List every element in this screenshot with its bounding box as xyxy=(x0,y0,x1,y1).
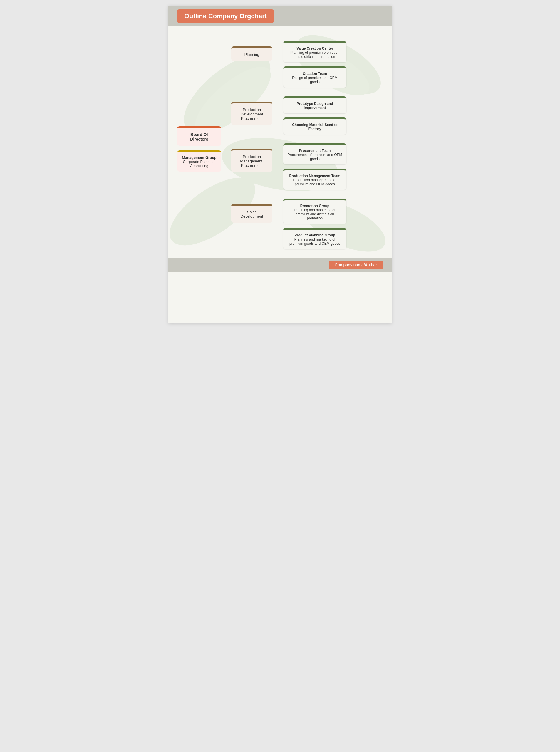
footer-label-box: Company name/Author xyxy=(329,261,383,269)
ct-title: Creation Team xyxy=(287,72,342,76)
footer: Company name/Author xyxy=(168,258,392,272)
title-box: Outline Company Orgchart xyxy=(177,9,274,23)
production-management-procurement-node: Production Management, Procurement xyxy=(231,149,272,172)
pg-desc: Planning and marketing of premium and di… xyxy=(287,208,342,220)
right-section: Planning Value Creation Center Planning … xyxy=(231,41,346,249)
ppg-desc: Planning and marketing of premium goods … xyxy=(287,237,342,246)
pt-desc: Procurement of premium and OEM goods xyxy=(287,153,342,161)
pd-line2: Development xyxy=(235,112,268,116)
vcc-title: Value Creation Center xyxy=(287,46,342,50)
footer-label: Company name/Author xyxy=(335,263,377,267)
prod-mgmt-leaf-col: Procurement Team Procurement of premium … xyxy=(283,143,346,190)
management-node: Management Group Corporate Planning, Acc… xyxy=(177,150,221,171)
procurement-team-node: Procurement Team Procurement of premium … xyxy=(283,143,346,164)
planning-label: Planning xyxy=(244,52,259,57)
sd-label: Sales Development xyxy=(241,210,263,219)
page: Outline Company Orgchart Board Of Direct… xyxy=(168,6,392,323)
prototype-design-node: Prototype Design and Improvement xyxy=(283,96,346,114)
left-column: Board Of Directors Management Group Corp… xyxy=(177,126,224,171)
proto-title: Prototype Design and Improvement xyxy=(287,102,342,110)
board-label: Board Of Directors xyxy=(190,132,208,142)
choosing-material-node: Choosing Material, Send to Factory xyxy=(283,118,346,135)
sales-dev-group: Sales Development Promotion Group Planni… xyxy=(231,199,346,249)
ct-desc: Design of premium and OEM goods xyxy=(287,76,342,84)
sales-development-node: Sales Development xyxy=(231,204,272,223)
pmp-line3: Procurement xyxy=(235,163,268,168)
pmp-line1: Production xyxy=(235,155,268,159)
prod-mgmt-mid-col: Production Management, Procurement xyxy=(231,143,277,172)
planning-mid-col: Planning xyxy=(231,41,277,61)
sales-dev-mid-col: Sales Development xyxy=(231,199,277,223)
management-line2: Corporate Planning, Accounting xyxy=(181,160,217,168)
production-dev-group: Production Development Procurement Proto… xyxy=(231,96,346,135)
creation-team-node: Creation Team Design of premium and OEM … xyxy=(283,66,346,87)
header: Outline Company Orgchart xyxy=(168,6,392,26)
content: Board Of Directors Management Group Corp… xyxy=(168,26,392,258)
production-mgmt-group: Production Management, Procurement Procu… xyxy=(231,143,346,190)
pg-title: Promotion Group xyxy=(287,204,342,208)
prod-dev-leaf-col: Prototype Design and Improvement Choosin… xyxy=(283,96,346,135)
pt-title: Procurement Team xyxy=(287,149,342,153)
management-line1: Management Group xyxy=(181,156,217,160)
pmp-line2: Management, xyxy=(235,159,268,163)
vcc-desc: Planning of premium promotion and distri… xyxy=(287,50,342,59)
pmt-desc: Production management for premium and OE… xyxy=(287,178,342,186)
value-creation-center-node: Value Creation Center Planning of premiu… xyxy=(283,41,346,62)
planning-node: Planning xyxy=(231,46,272,61)
prod-dev-mid-col: Production Development Procurement xyxy=(231,96,277,125)
ppg-title: Product Planning Group xyxy=(287,233,342,237)
production-development-node: Production Development Procurement xyxy=(231,102,272,125)
orgchart: Board Of Directors Management Group Corp… xyxy=(177,41,383,249)
production-management-team-node: Production Management Team Production ma… xyxy=(283,169,346,190)
board-node: Board Of Directors xyxy=(177,126,221,146)
promotion-group-node: Promotion Group Planning and marketing o… xyxy=(283,199,346,224)
pd-line1: Production xyxy=(235,107,268,112)
planning-leaf-col: Value Creation Center Planning of premiu… xyxy=(283,41,346,87)
sales-dev-leaf-col: Promotion Group Planning and marketing o… xyxy=(283,199,346,249)
cm-title: Choosing Material, Send to Factory xyxy=(287,123,342,131)
page-title: Outline Company Orgchart xyxy=(184,12,267,20)
product-planning-group-node: Product Planning Group Planning and mark… xyxy=(283,228,346,249)
planning-group: Planning Value Creation Center Planning … xyxy=(231,41,346,87)
pmt-title: Production Management Team xyxy=(287,174,342,178)
pd-line3: Procurement xyxy=(235,116,268,121)
